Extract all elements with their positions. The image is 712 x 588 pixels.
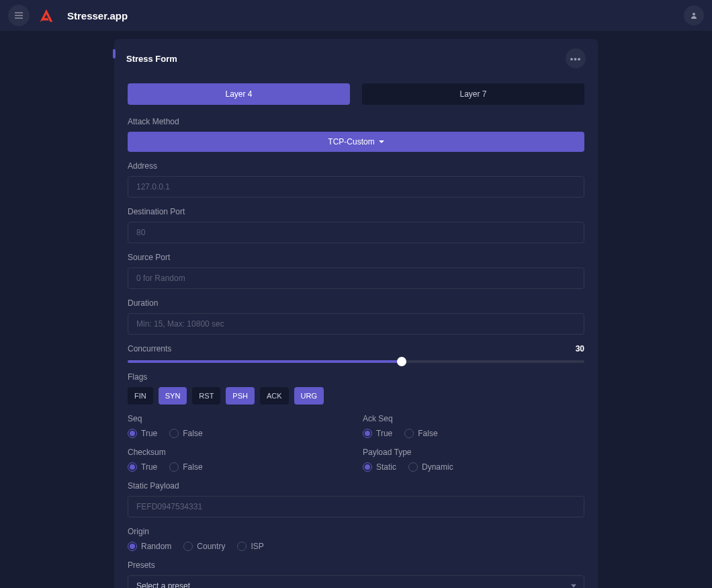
flag-rst[interactable]: RST [192,387,220,405]
card-title: Stress Form [114,54,177,64]
radio-label: ISP [251,542,263,551]
method-value: TCP-Custom [328,137,374,146]
sport-input[interactable] [128,267,584,289]
address-input[interactable] [128,176,584,198]
radio-icon [128,542,137,551]
seq-radios: TrueFalse [128,429,349,438]
logo-icon [36,5,56,26]
radio-icon [363,462,372,472]
header-left: Stresser.app [8,5,128,26]
staticpayload-input[interactable] [128,496,584,517]
flag-urg[interactable]: URG [294,387,324,405]
payloadtype-group: Payload Type StaticDynamic [363,448,584,472]
concurrents-value: 30 [576,344,584,353]
radio-icon [128,429,137,438]
radio-label: False [418,429,437,438]
seq-radios-true[interactable]: True [128,429,157,438]
origin-label: Origin [128,527,584,536]
duration-input[interactable] [128,313,584,335]
seq-row: Seq TrueFalse Ack Seq TrueFalse [128,414,584,448]
origin-group: Origin RandomCountryISP [128,527,584,551]
method-select[interactable]: TCP-Custom [128,132,584,152]
card-menu-button[interactable]: ••• [566,48,586,69]
payloadtype-label: Payload Type [363,448,584,457]
payloadtype-radios: StaticDynamic [363,462,584,472]
radio-label: Dynamic [422,462,453,472]
method-label: Attack Method [128,117,584,126]
concurrents-group: Concurrents 30 [128,344,584,363]
staticpayload-label: Static Payload [128,481,584,491]
stress-form-card: Stress Form ••• Layer 4 Layer 7 Attack M… [114,39,598,588]
seq-group: Seq TrueFalse [128,414,349,438]
radio-icon [128,462,137,472]
ackseq-group: Ack Seq TrueFalse [363,414,584,438]
ackseq-radios-false[interactable]: False [404,429,437,438]
concurrents-row: Concurrents 30 [128,344,584,353]
radio-label: True [141,429,157,438]
payloadtype-radios-dynamic[interactable]: Dynamic [408,462,453,472]
dport-label: Destination Port [128,207,584,216]
dport-input[interactable] [128,222,584,243]
radio-label: False [183,462,202,472]
radio-label: Random [141,542,171,551]
radio-label: False [183,429,202,438]
user-icon [690,11,698,19]
radio-icon [408,462,418,472]
flag-psh[interactable]: PSH [226,387,255,405]
slider-thumb[interactable] [397,357,406,366]
radio-label: True [376,429,392,438]
address-group: Address [128,161,584,198]
radio-label: Static [376,462,396,472]
concurrents-label: Concurrents [128,344,171,353]
flag-fin[interactable]: FIN [128,387,153,405]
presets-label: Presets [128,560,584,570]
tab-layer7[interactable]: Layer 7 [362,83,584,105]
flag-ack[interactable]: ACK [260,387,289,405]
tabs: Layer 4 Layer 7 [128,83,584,105]
radio-icon [169,462,179,472]
checksum-label: Checksum [128,448,349,457]
sport-group: Source Port [128,253,584,289]
origin-radios: RandomCountryISP [128,542,584,551]
main: Stress Form ••• Layer 4 Layer 7 Attack M… [0,31,712,588]
flags-group: Flags FINSYNRSTPSHACKURG [128,372,584,405]
seq-label: Seq [128,414,349,423]
presets-select[interactable]: Select a preset [128,575,584,588]
seq-radios-false[interactable]: False [169,429,202,438]
user-button[interactable] [684,5,704,26]
origin-radios-country[interactable]: Country [183,542,225,551]
menu-button[interactable] [8,5,30,26]
concurrents-slider[interactable] [128,360,584,363]
checksum-group: Checksum TrueFalse [128,448,349,472]
card-header: Stress Form ••• [114,39,598,78]
app-logo [36,5,56,26]
app-header: Stresser.app [0,0,712,31]
origin-radios-random[interactable]: Random [128,542,171,551]
checksum-radios-false[interactable]: False [169,462,202,472]
svg-point-3 [693,13,695,15]
checksum-row: Checksum TrueFalse Payload Type StaticDy… [128,448,584,481]
sport-label: Source Port [128,253,584,262]
payloadtype-radios-static[interactable]: Static [363,462,396,472]
duration-label: Duration [128,298,584,308]
caret-down-icon [379,140,384,143]
method-group: Attack Method TCP-Custom [128,117,584,152]
checksum-radios-true[interactable]: True [128,462,157,472]
radio-label: True [141,462,157,472]
radio-icon [363,429,372,438]
ackseq-radios-true[interactable]: True [363,429,392,438]
origin-radios-isp[interactable]: ISP [237,542,263,551]
app-title: Stresser.app [67,10,128,22]
checksum-radios: TrueFalse [128,462,349,472]
slider-fill [128,360,402,363]
flags-label: Flags [128,372,584,382]
tab-layer4[interactable]: Layer 4 [128,83,350,105]
staticpayload-group: Static Payload [128,481,584,517]
presets-group: Presets Select a preset [128,560,584,588]
presets-select-wrap: Select a preset [128,575,584,588]
flag-syn[interactable]: SYN [159,387,187,405]
radio-icon [237,542,247,551]
card-body: Layer 4 Layer 7 Attack Method TCP-Custom… [114,78,598,588]
radio-label: Country [197,542,225,551]
flags-row: FINSYNRSTPSHACKURG [128,387,584,405]
